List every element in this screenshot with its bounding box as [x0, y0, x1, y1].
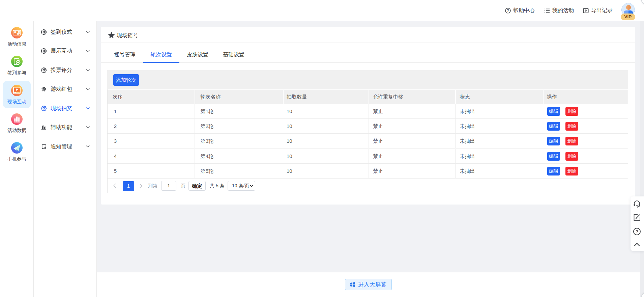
svg-text:?: ? — [507, 8, 509, 12]
svg-text:?: ? — [636, 229, 638, 234]
